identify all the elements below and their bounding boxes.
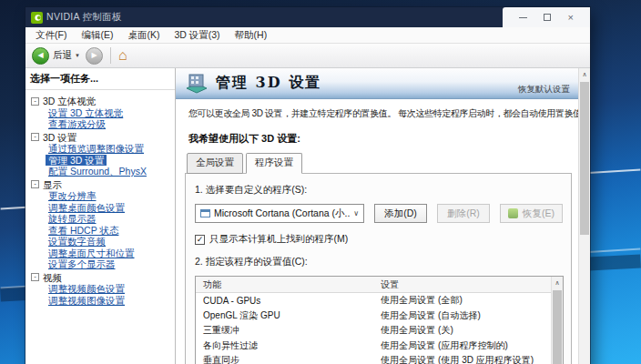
settings-table-body: CUDA - GPUs使用全局设置 (全部)OpenGL 渲染 GPU使用全局设… xyxy=(196,293,563,364)
tree-category[interactable]: -显示 xyxy=(31,179,173,191)
tree-item[interactable]: 设置数字音频 xyxy=(31,236,173,248)
select-program-label: 1. 选择要自定义的程序(S): xyxy=(195,184,564,197)
collapse-icon[interactable]: - xyxy=(31,133,39,141)
remove-button[interactable]: 删除(R) xyxy=(437,204,490,223)
settings-tabs: 全局设置程序设置 xyxy=(176,153,579,174)
setting-cell: 使用全局设置 (应用程序控制的) xyxy=(381,339,552,352)
program-settings-panel: 1. 选择要自定义的程序(S): Microsoft Cortana (Cort… xyxy=(185,173,572,364)
tree-item[interactable]: 查看游戏分级 xyxy=(31,118,173,130)
setting-cell: 使用全局设置 (关) xyxy=(381,324,552,337)
tree-item[interactable]: 查看 HDCP 状态 xyxy=(31,225,173,237)
feature-cell: OpenGL 渲染 GPU xyxy=(196,309,381,322)
table-row[interactable]: OpenGL 渲染 GPU使用全局设置 (自动选择) xyxy=(196,308,563,324)
restore-button-label: 恢复(E) xyxy=(523,207,555,220)
main-content: 管理 3D 设置 恢复默认设置 您可以更改全局 3D 设置，并建立特定程序的置换… xyxy=(176,68,590,364)
back-button-label: 后退 xyxy=(53,49,72,62)
scroll-up-icon[interactable]: ∧ xyxy=(552,277,563,288)
title-bar[interactable]: NVIDIA 控制面板 × xyxy=(25,7,590,27)
checkbox-label: 只显示本计算机上找到的程序(M) xyxy=(209,233,348,246)
table-row[interactable]: 三重缓冲使用全局设置 (关) xyxy=(196,323,563,339)
sidebar-header: 选择一项任务... xyxy=(25,68,175,90)
maximize-icon[interactable] xyxy=(544,14,551,21)
setting-cell: 使用全局设置 (自动选择) xyxy=(381,309,552,322)
tree-item[interactable]: 设置多个显示器 xyxy=(31,258,173,270)
tree-category[interactable]: -3D 设置 xyxy=(31,132,173,144)
table-scrollbar[interactable]: ∧ xyxy=(551,277,563,364)
tree-item[interactable]: 更改分辨率 xyxy=(31,190,173,202)
collapse-icon[interactable]: - xyxy=(31,273,39,281)
nvidia-logo-icon xyxy=(31,12,43,24)
scroll-up-icon[interactable]: ∧ xyxy=(579,68,590,80)
restore-button[interactable]: 恢复(E) xyxy=(500,204,563,223)
tree-category-label: 显示 xyxy=(43,179,62,191)
table-scrollbar-thumb[interactable] xyxy=(553,290,562,364)
show-programs-checkbox-row[interactable]: ✓ 只显示本计算机上找到的程序(M) xyxy=(195,233,564,246)
add-button[interactable]: 添加(D) xyxy=(374,204,427,223)
tree-item[interactable]: 调整桌面尺寸和位置 xyxy=(31,248,173,259)
table-header-row: 功能 设置 xyxy=(196,277,563,293)
page-header: 管理 3D 设置 恢复默认设置 xyxy=(176,68,579,99)
tree-category[interactable]: -3D 立体视觉 xyxy=(31,96,173,107)
program-select-value: Microsoft Cortana (Cortana (小... xyxy=(214,207,350,220)
menu-item[interactable]: 帮助(H) xyxy=(228,29,275,42)
feature-cell: CUDA - GPUs xyxy=(196,296,381,306)
tree-category-label: 3D 设置 xyxy=(43,132,76,144)
feature-cell: 三重缓冲 xyxy=(196,324,381,337)
home-icon[interactable]: ⌂ xyxy=(118,48,127,63)
menu-item[interactable]: 编辑(E) xyxy=(74,29,120,42)
tree-category[interactable]: -视频 xyxy=(31,272,173,284)
minimize-icon[interactable] xyxy=(519,17,527,18)
tree-item[interactable]: 配置 Surround、PhysX xyxy=(31,166,173,177)
task-sidebar: 选择一项任务... -3D 立体视觉设置 3D 立体视觉查看游戏分级-3D 设置… xyxy=(25,68,176,364)
back-history-caret-icon[interactable]: ▼ xyxy=(75,53,80,58)
setting-cell: 使用全局设置 (全部) xyxy=(381,294,552,307)
tree-item[interactable]: 调整视频颜色设置 xyxy=(31,283,173,295)
feature-column-header: 功能 xyxy=(196,278,381,291)
tab[interactable]: 程序设置 xyxy=(246,153,302,174)
window-title: NVIDIA 控制面板 xyxy=(46,11,122,24)
table-row[interactable]: 各向异性过滤使用全局设置 (应用程序控制的) xyxy=(196,339,563,354)
nvidia-control-panel-window: NVIDIA 控制面板 × 文件(F)编辑(E)桌面(K)3D 设置(3)帮助(… xyxy=(25,7,590,364)
setting-column-header: 设置 xyxy=(381,278,552,291)
manage-3d-settings-icon xyxy=(185,73,209,95)
tree-category-label: 视频 xyxy=(43,272,62,284)
forward-button[interactable]: ▶ xyxy=(86,47,103,65)
tree-item[interactable]: 调整桌面颜色设置 xyxy=(31,202,173,214)
collapse-icon[interactable]: - xyxy=(31,97,39,106)
table-row[interactable]: 垂直同步使用全局设置 (使用 3D 应用程序设置) xyxy=(196,353,563,364)
chevron-down-icon: ∨ xyxy=(353,209,359,217)
tree-item[interactable]: 管理 3D 设置 xyxy=(46,155,107,167)
collapse-icon[interactable]: - xyxy=(31,180,39,188)
window-controls: × xyxy=(503,7,590,27)
page-title: 管理 3D 设置 xyxy=(216,74,321,93)
program-controls-row: Microsoft Cortana (Cortana (小... ∨ 添加(D)… xyxy=(195,204,564,223)
program-window-icon xyxy=(200,209,210,217)
tree-item[interactable]: 调整视频图像设置 xyxy=(31,295,173,307)
tab[interactable]: 全局设置 xyxy=(187,153,243,174)
specify-settings-label: 2. 指定该程序的设置值(C): xyxy=(195,256,564,268)
close-icon[interactable]: × xyxy=(567,13,573,23)
toolbar-separator xyxy=(110,47,111,64)
nvidia-restore-icon xyxy=(508,208,518,218)
restore-defaults-button[interactable]: 恢复默认设置 xyxy=(518,84,570,96)
menu-item[interactable]: 桌面(K) xyxy=(120,29,167,42)
back-button[interactable]: ◀ xyxy=(32,47,49,65)
feature-cell: 垂直同步 xyxy=(196,354,381,364)
program-select-dropdown[interactable]: Microsoft Cortana (Cortana (小... ∨ xyxy=(195,204,364,223)
tree-item[interactable]: 旋转显示器 xyxy=(31,213,173,225)
checkbox-checked-icon[interactable]: ✓ xyxy=(195,235,205,245)
page-description: 您可以更改全局 3D 设置，并建立特定程序的置换值。 每次这些特定程序启动时，都… xyxy=(176,99,579,124)
tree-item[interactable]: 设置 3D 立体视觉 xyxy=(31,107,173,119)
setting-cell: 使用全局设置 (使用 3D 应用程序设置) xyxy=(381,354,552,364)
feature-cell: 各向异性过滤 xyxy=(196,339,381,352)
tree-category-label: 3D 立体视觉 xyxy=(43,96,96,107)
settings-table: 功能 设置 CUDA - GPUs使用全局设置 (全部)OpenGL 渲染 GP… xyxy=(195,276,564,364)
content-scrollbar-thumb[interactable] xyxy=(580,82,589,235)
forward-arrow-icon: ▶ xyxy=(91,52,97,59)
content-scrollbar[interactable]: ∧ xyxy=(578,68,590,364)
menu-item[interactable]: 文件(F) xyxy=(28,29,74,42)
task-tree: -3D 立体视觉设置 3D 立体视觉查看游戏分级-3D 设置通过预览调整图像设置… xyxy=(25,90,175,306)
tree-item[interactable]: 通过预览调整图像设置 xyxy=(31,143,173,155)
menu-item[interactable]: 3D 设置(3) xyxy=(167,29,227,42)
table-row[interactable]: CUDA - GPUs使用全局设置 (全部) xyxy=(196,293,563,308)
